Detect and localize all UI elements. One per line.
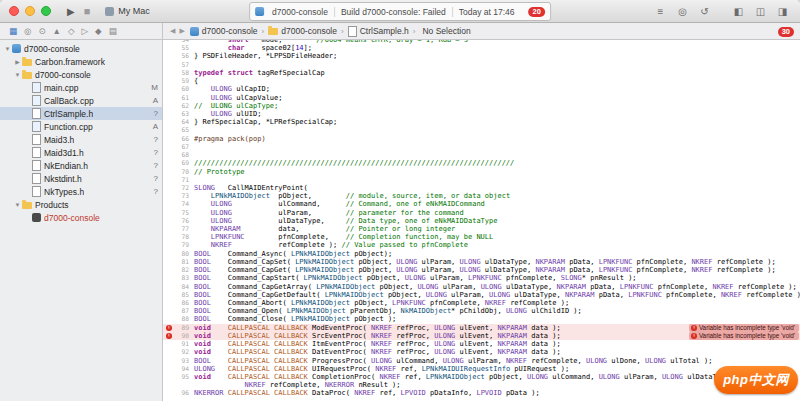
code-line[interactable]: 76 ULONG ulDataType, // Data type, one o… bbox=[163, 217, 800, 225]
code-line[interactable]: 59{ bbox=[163, 77, 800, 85]
code-line[interactable]: 80BOOL Command_Async( LPNkMAIDObject pOb… bbox=[163, 250, 800, 258]
code-line[interactable]: 66#pragma pack(pop) bbox=[163, 135, 800, 143]
code-line[interactable]: 74 ULONG ulCommand, // Command, one of e… bbox=[163, 200, 800, 208]
code-line[interactable]: 77 NKPARAM data, // Pointer or long inte… bbox=[163, 225, 800, 233]
find-navigator-icon[interactable]: ⊙ bbox=[38, 27, 45, 36]
code-line[interactable]: 75 ULONG ulParam, // parameter for the c… bbox=[163, 209, 800, 217]
code-line[interactable]: 65 bbox=[163, 126, 800, 134]
code-line[interactable]: 79 NKREF refComplete ); // Value passed … bbox=[163, 241, 800, 249]
line-number[interactable]: 74 bbox=[163, 200, 194, 208]
line-number[interactable]: 63 bbox=[163, 110, 194, 118]
version-editor-icon[interactable]: ↺ bbox=[697, 6, 712, 17]
line-number[interactable]: 87 bbox=[163, 307, 194, 315]
debug-area-toggle-icon[interactable]: ◫ bbox=[753, 6, 768, 17]
gutter-error-icon[interactable]: ! bbox=[166, 325, 172, 331]
code-line[interactable]: 63 ULONG ulUID; bbox=[163, 110, 800, 118]
disclosure-icon[interactable]: ▶ bbox=[13, 58, 22, 65]
sidebar-item-callback-cpp[interactable]: CallBack.cppA bbox=[0, 94, 162, 107]
symbol-navigator-icon[interactable]: ◎ bbox=[24, 27, 31, 36]
code-line[interactable]: 62// ULONG ulCapType; bbox=[163, 102, 800, 110]
line-number[interactable]: 93 bbox=[163, 357, 194, 365]
line-number[interactable]: 66 bbox=[163, 135, 194, 143]
line-number[interactable]: 67 bbox=[163, 143, 194, 151]
line-number[interactable]: 96 bbox=[163, 389, 194, 397]
sidebar-item-d7000-console[interactable]: d7000-console bbox=[0, 211, 162, 224]
navigator-panel-toggle-icon[interactable]: ◧ bbox=[731, 6, 746, 17]
line-number[interactable]: 94 bbox=[163, 365, 194, 373]
code-line[interactable]: 58typedef struct tagRefSpecialCap bbox=[163, 69, 800, 77]
code-line[interactable]: 91void CALLPASCAL CALLBACK ItmEventProc(… bbox=[163, 340, 800, 348]
line-number[interactable]: 95 bbox=[163, 373, 194, 381]
code-line[interactable]: 83BOOL Command_CapStart( LPNkMAIDObject … bbox=[163, 274, 800, 282]
sidebar-item-nkstdint-h[interactable]: Nkstdint.h? bbox=[0, 172, 162, 185]
line-number[interactable]: 82 bbox=[163, 266, 194, 274]
breadcrumb-item-no-selection[interactable]: No Selection bbox=[419, 26, 470, 36]
code-line[interactable]: 82BOOL Command_CapGet( LPNkMAIDObject pO… bbox=[163, 266, 800, 274]
code-line[interactable]: 89!void CALLPASCAL CALLBACK ModEventProc… bbox=[163, 324, 800, 332]
sidebar-item-maid3d1-h[interactable]: Maid3d1.h? bbox=[0, 146, 162, 159]
code-line[interactable]: 78 LPNKFUNC pfnComplete, // Completion f… bbox=[163, 233, 800, 241]
code-line[interactable]: 93BOOL CALLPASCAL CALLBACK ProgressProc(… bbox=[163, 357, 800, 365]
sidebar-item-d7000-console[interactable]: ▼d7000-console bbox=[0, 42, 162, 55]
zoom-window-button[interactable] bbox=[41, 6, 51, 16]
code-line[interactable]: 95void CALLPASCAL CALLBACK CompletionPro… bbox=[163, 373, 800, 381]
line-number[interactable]: 92 bbox=[163, 348, 194, 356]
line-number[interactable]: 59 bbox=[163, 77, 194, 85]
sidebar-item-products[interactable]: ▼Products bbox=[0, 198, 162, 211]
line-number[interactable]: 56 bbox=[163, 52, 194, 60]
line-number[interactable]: 78 bbox=[163, 233, 194, 241]
code-line[interactable]: 57 bbox=[163, 61, 800, 69]
line-number[interactable]: 88 bbox=[163, 315, 194, 323]
code-line[interactable]: 61 ULONG ulCapValue; bbox=[163, 94, 800, 102]
line-number[interactable]: 75 bbox=[163, 209, 194, 217]
issue-count-badge[interactable]: 30 bbox=[778, 26, 794, 37]
code-line[interactable]: 86BOOL Command_Abort( LPNkMAIDObject pOb… bbox=[163, 299, 800, 307]
line-number[interactable]: 85 bbox=[163, 291, 194, 299]
utilities-panel-toggle-icon[interactable]: ◨ bbox=[775, 6, 790, 17]
code-line[interactable]: 70// Prototype bbox=[163, 168, 800, 176]
line-number[interactable]: 91 bbox=[163, 340, 194, 348]
assistant-editor-icon[interactable]: ◎ bbox=[675, 6, 690, 17]
line-number[interactable]: 83 bbox=[163, 274, 194, 282]
code-line[interactable]: 96NKERROR CALLPASCAL CALLBACK DataProc( … bbox=[163, 389, 800, 397]
line-number[interactable]: 72 bbox=[163, 184, 194, 192]
sidebar-item-function-cpp[interactable]: Function.cppA bbox=[0, 120, 162, 133]
sidebar-item-ctrlsample-h[interactable]: CtrlSample.h? bbox=[0, 107, 162, 120]
run-button[interactable]: ▶ bbox=[67, 6, 75, 17]
minimize-window-button[interactable] bbox=[25, 6, 35, 16]
sidebar-item-d7000-console[interactable]: ▼d7000-console bbox=[0, 68, 162, 81]
gutter-error-icon[interactable]: ! bbox=[166, 333, 172, 339]
code-line[interactable]: NKREF refComplete, NKERROR nResult ); bbox=[163, 381, 800, 389]
report-navigator-icon[interactable]: ▤ bbox=[109, 27, 117, 36]
forward-button[interactable]: ▶ bbox=[179, 27, 184, 35]
error-annotation[interactable]: !Variable has incomplete type 'void' bbox=[689, 332, 799, 339]
line-number[interactable]: 60 bbox=[163, 85, 194, 93]
issue-navigator-icon[interactable]: ▲ bbox=[53, 27, 61, 36]
build-error-count-badge[interactable]: 20 bbox=[529, 7, 545, 17]
close-window-button[interactable] bbox=[9, 6, 19, 16]
sidebar-item-carbon-framework[interactable]: ▶Carbon.framework bbox=[0, 55, 162, 68]
line-number[interactable]: 80 bbox=[163, 250, 194, 258]
code-line[interactable]: 67 bbox=[163, 143, 800, 151]
line-number[interactable]: 71 bbox=[163, 176, 194, 184]
line-number[interactable]: 77 bbox=[163, 225, 194, 233]
code-line[interactable]: 90!void CALLPASCAL CALLBACK SrcEventProc… bbox=[163, 332, 800, 340]
line-number[interactable]: 64 bbox=[163, 118, 194, 126]
stop-button[interactable]: ◼ bbox=[84, 7, 91, 16]
line-number[interactable]: 55 bbox=[163, 44, 194, 52]
line-number[interactable]: 68 bbox=[163, 151, 194, 159]
line-number[interactable] bbox=[163, 381, 194, 389]
error-annotation[interactable]: !Variable has incomplete type 'void' bbox=[689, 324, 799, 331]
line-number[interactable]: 70 bbox=[163, 168, 194, 176]
standard-editor-icon[interactable]: ≡ bbox=[653, 6, 668, 17]
project-navigator-icon[interactable]: ▦ bbox=[9, 27, 17, 36]
line-number[interactable]: 62 bbox=[163, 102, 194, 110]
breadcrumb-item-d7000-console[interactable]: d7000-console bbox=[190, 26, 258, 36]
disclosure-icon[interactable]: ▼ bbox=[13, 202, 22, 208]
line-number[interactable]: 69 bbox=[163, 159, 194, 167]
sidebar-item-nktypes-h[interactable]: NkTypes.h? bbox=[0, 185, 162, 198]
code-line[interactable]: 92void CALLPASCAL CALLBACK DatEventProc(… bbox=[163, 348, 800, 356]
code-line[interactable]: 81BOOL Command_CapSet( LPNkMAIDObject pO… bbox=[163, 258, 800, 266]
line-number[interactable]: 90! bbox=[163, 332, 194, 340]
breadcrumb-item-ctrlsample-h[interactable]: CtrlSample.h bbox=[348, 26, 409, 37]
